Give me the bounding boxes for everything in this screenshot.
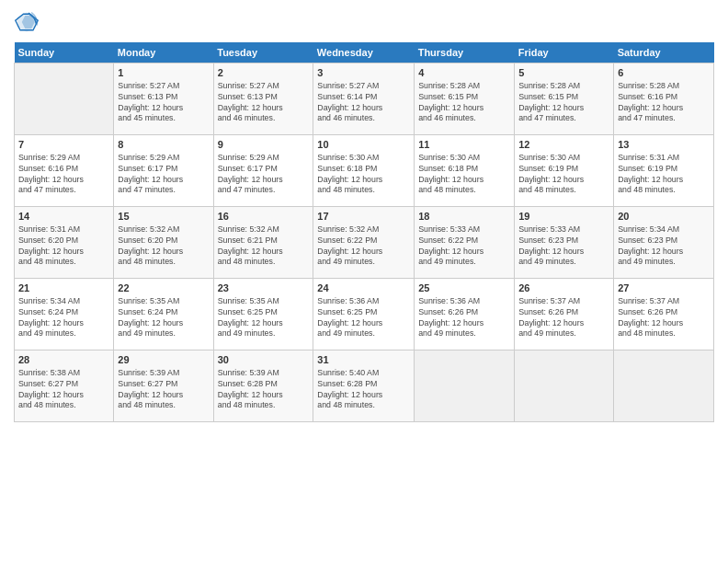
day-info: Sunrise: 5:34 AM Sunset: 6:24 PM Dayligh…	[18, 296, 109, 340]
day-info: Sunrise: 5:29 AM Sunset: 6:17 PM Dayligh…	[218, 153, 310, 197]
day-info: Sunrise: 5:28 AM Sunset: 6:15 PM Dayligh…	[518, 81, 609, 125]
calendar-week-row: 14Sunrise: 5:31 AM Sunset: 6:20 PM Dayli…	[15, 207, 714, 279]
calendar-cell: 29Sunrise: 5:39 AM Sunset: 6:27 PM Dayli…	[114, 350, 213, 422]
calendar-cell: 19Sunrise: 5:33 AM Sunset: 6:23 PM Dayli…	[515, 207, 614, 279]
day-number: 7	[18, 138, 109, 152]
calendar-cell: 15Sunrise: 5:32 AM Sunset: 6:20 PM Dayli…	[114, 207, 213, 279]
day-number: 16	[218, 210, 310, 224]
calendar-cell: 28Sunrise: 5:38 AM Sunset: 6:27 PM Dayli…	[15, 350, 114, 422]
day-info: Sunrise: 5:33 AM Sunset: 6:23 PM Dayligh…	[518, 224, 609, 269]
day-number: 12	[518, 138, 609, 152]
main-container: SundayMondayTuesdayWednesdayThursdayFrid…	[0, 0, 728, 563]
day-number: 28	[18, 353, 109, 367]
calendar-cell: 31Sunrise: 5:40 AM Sunset: 6:28 PM Dayli…	[313, 350, 415, 422]
calendar-cell: 12Sunrise: 5:30 AM Sunset: 6:19 PM Dayli…	[515, 135, 614, 207]
logo	[14, 9, 43, 35]
day-number: 18	[418, 210, 510, 224]
day-number: 31	[317, 353, 410, 367]
day-number: 14	[18, 210, 109, 224]
day-info: Sunrise: 5:29 AM Sunset: 6:17 PM Dayligh…	[118, 153, 209, 197]
calendar-cell: 22Sunrise: 5:35 AM Sunset: 6:24 PM Dayli…	[114, 279, 213, 350]
day-info: Sunrise: 5:31 AM Sunset: 6:19 PM Dayligh…	[618, 153, 710, 197]
day-number: 13	[618, 138, 710, 152]
logo-icon	[14, 9, 40, 35]
day-info: Sunrise: 5:34 AM Sunset: 6:23 PM Dayligh…	[618, 224, 710, 269]
day-number: 4	[418, 66, 510, 80]
calendar-cell: 4Sunrise: 5:28 AM Sunset: 6:15 PM Daylig…	[415, 63, 515, 135]
calendar-cell: 24Sunrise: 5:36 AM Sunset: 6:25 PM Dayli…	[313, 279, 415, 350]
day-info: Sunrise: 5:36 AM Sunset: 6:25 PM Dayligh…	[317, 296, 410, 340]
day-info: Sunrise: 5:36 AM Sunset: 6:26 PM Dayligh…	[418, 296, 510, 340]
day-info: Sunrise: 5:35 AM Sunset: 6:24 PM Dayligh…	[118, 296, 209, 340]
day-number: 23	[218, 282, 310, 295]
day-number: 22	[118, 282, 209, 295]
day-number: 25	[418, 282, 510, 295]
calendar-cell: 1Sunrise: 5:27 AM Sunset: 6:13 PM Daylig…	[114, 63, 213, 135]
calendar-cell: 8Sunrise: 5:29 AM Sunset: 6:17 PM Daylig…	[114, 135, 213, 207]
day-number: 26	[518, 282, 609, 295]
day-info: Sunrise: 5:27 AM Sunset: 6:13 PM Dayligh…	[118, 81, 209, 125]
day-number: 24	[317, 282, 410, 295]
calendar-cell: 6Sunrise: 5:28 AM Sunset: 6:16 PM Daylig…	[614, 63, 714, 135]
weekday-header: Friday	[515, 42, 614, 63]
day-info: Sunrise: 5:27 AM Sunset: 6:14 PM Dayligh…	[317, 81, 410, 125]
day-info: Sunrise: 5:39 AM Sunset: 6:27 PM Dayligh…	[118, 368, 209, 412]
calendar-cell: 9Sunrise: 5:29 AM Sunset: 6:17 PM Daylig…	[213, 135, 313, 207]
day-info: Sunrise: 5:40 AM Sunset: 6:28 PM Dayligh…	[317, 368, 410, 412]
day-number: 8	[118, 138, 209, 152]
calendar-cell	[614, 350, 714, 422]
day-number: 1	[118, 66, 209, 80]
day-number: 2	[218, 66, 310, 80]
day-info: Sunrise: 5:32 AM Sunset: 6:21 PM Dayligh…	[218, 224, 310, 269]
calendar-cell: 17Sunrise: 5:32 AM Sunset: 6:22 PM Dayli…	[313, 207, 415, 279]
calendar-week-row: 7Sunrise: 5:29 AM Sunset: 6:16 PM Daylig…	[15, 135, 714, 207]
calendar-cell: 20Sunrise: 5:34 AM Sunset: 6:23 PM Dayli…	[614, 207, 714, 279]
calendar-week-row: 21Sunrise: 5:34 AM Sunset: 6:24 PM Dayli…	[15, 279, 714, 350]
calendar-cell: 16Sunrise: 5:32 AM Sunset: 6:21 PM Dayli…	[213, 207, 313, 279]
day-number: 19	[518, 210, 609, 224]
day-info: Sunrise: 5:29 AM Sunset: 6:16 PM Dayligh…	[18, 153, 109, 197]
day-info: Sunrise: 5:33 AM Sunset: 6:22 PM Dayligh…	[418, 224, 510, 269]
weekday-header: Monday	[114, 42, 213, 63]
weekday-header: Saturday	[614, 42, 714, 63]
calendar-cell: 25Sunrise: 5:36 AM Sunset: 6:26 PM Dayli…	[415, 279, 515, 350]
calendar-header: SundayMondayTuesdayWednesdayThursdayFrid…	[15, 42, 714, 63]
day-info: Sunrise: 5:30 AM Sunset: 6:18 PM Dayligh…	[317, 153, 410, 197]
weekday-row: SundayMondayTuesdayWednesdayThursdayFrid…	[15, 42, 714, 63]
calendar-cell: 23Sunrise: 5:35 AM Sunset: 6:25 PM Dayli…	[213, 279, 313, 350]
day-number: 3	[317, 66, 410, 80]
day-number: 15	[118, 210, 209, 224]
calendar-cell: 18Sunrise: 5:33 AM Sunset: 6:22 PM Dayli…	[415, 207, 515, 279]
calendar-cell: 26Sunrise: 5:37 AM Sunset: 6:26 PM Dayli…	[515, 279, 614, 350]
calendar-cell: 5Sunrise: 5:28 AM Sunset: 6:15 PM Daylig…	[515, 63, 614, 135]
calendar-table: SundayMondayTuesdayWednesdayThursdayFrid…	[14, 42, 714, 422]
calendar-cell: 13Sunrise: 5:31 AM Sunset: 6:19 PM Dayli…	[614, 135, 714, 207]
calendar-cell	[515, 350, 614, 422]
calendar-cell: 3Sunrise: 5:27 AM Sunset: 6:14 PM Daylig…	[313, 63, 415, 135]
day-number: 9	[218, 138, 310, 152]
day-number: 30	[218, 353, 310, 367]
day-info: Sunrise: 5:39 AM Sunset: 6:28 PM Dayligh…	[218, 368, 310, 412]
day-info: Sunrise: 5:38 AM Sunset: 6:27 PM Dayligh…	[18, 368, 109, 412]
calendar-week-row: 28Sunrise: 5:38 AM Sunset: 6:27 PM Dayli…	[15, 350, 714, 422]
day-info: Sunrise: 5:32 AM Sunset: 6:20 PM Dayligh…	[118, 224, 209, 269]
calendar-cell: 10Sunrise: 5:30 AM Sunset: 6:18 PM Dayli…	[313, 135, 415, 207]
calendar-cell	[415, 350, 515, 422]
day-info: Sunrise: 5:35 AM Sunset: 6:25 PM Dayligh…	[218, 296, 310, 340]
calendar-cell: 14Sunrise: 5:31 AM Sunset: 6:20 PM Dayli…	[15, 207, 114, 279]
calendar-body: 1Sunrise: 5:27 AM Sunset: 6:13 PM Daylig…	[15, 63, 714, 422]
weekday-header: Tuesday	[213, 42, 313, 63]
day-number: 27	[618, 282, 710, 295]
day-info: Sunrise: 5:37 AM Sunset: 6:26 PM Dayligh…	[518, 296, 609, 340]
weekday-header: Wednesday	[313, 42, 415, 63]
day-info: Sunrise: 5:27 AM Sunset: 6:13 PM Dayligh…	[218, 81, 310, 125]
day-info: Sunrise: 5:31 AM Sunset: 6:20 PM Dayligh…	[18, 224, 109, 269]
weekday-header: Sunday	[15, 42, 114, 63]
calendar-cell: 21Sunrise: 5:34 AM Sunset: 6:24 PM Dayli…	[15, 279, 114, 350]
header	[14, 9, 714, 35]
day-info: Sunrise: 5:30 AM Sunset: 6:18 PM Dayligh…	[418, 153, 510, 197]
day-number: 29	[118, 353, 209, 367]
day-info: Sunrise: 5:32 AM Sunset: 6:22 PM Dayligh…	[317, 224, 410, 269]
calendar-week-row: 1Sunrise: 5:27 AM Sunset: 6:13 PM Daylig…	[15, 63, 714, 135]
day-info: Sunrise: 5:28 AM Sunset: 6:16 PM Dayligh…	[618, 81, 710, 125]
